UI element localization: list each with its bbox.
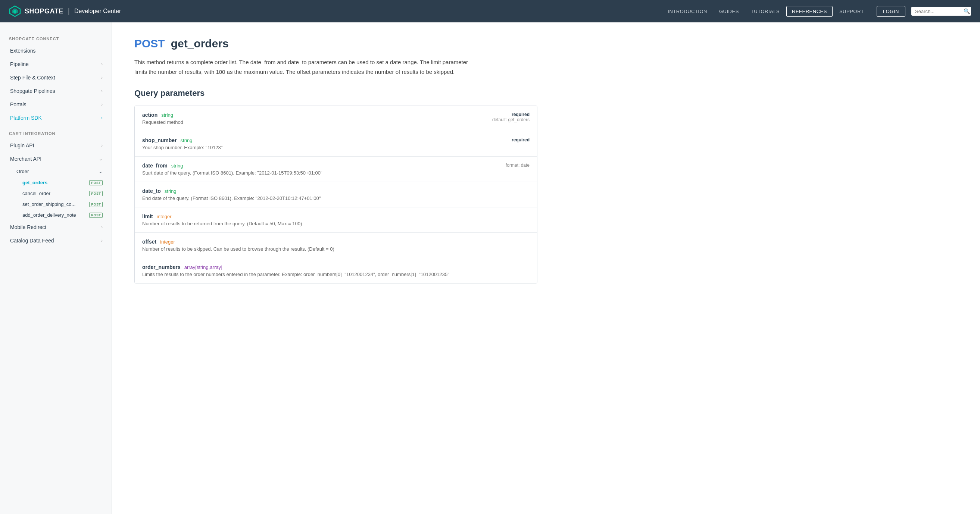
search-input[interactable] <box>915 9 964 14</box>
logo[interactable]: SHOPGATE <box>9 5 64 17</box>
param-name-date-to: date_to <box>142 188 161 194</box>
chevron-right-icon: › <box>101 75 103 80</box>
param-meta-date-from: format: date <box>506 163 530 168</box>
sidebar-item-add-order-delivery-note-label: add_order_delivery_note <box>22 212 76 218</box>
param-row-date-from: date_from string Start date of the query… <box>135 157 537 182</box>
page-layout: SHOPGATE CONNECT Extensions Pipeline › S… <box>0 22 980 514</box>
default-label-action: default: get_orders <box>492 117 530 122</box>
param-meta-action: required default: get_orders <box>492 112 530 122</box>
param-header-shop-number: shop_number string <box>142 137 530 143</box>
param-desc-shop-number: Your shop number. Example: "10123" <box>142 145 530 150</box>
sidebar-item-plugin-api[interactable]: Plugin API › <box>0 139 111 152</box>
chevron-right-icon: › <box>101 62 103 67</box>
param-name-offset: offset <box>142 239 156 245</box>
param-header-offset: offset integer <box>142 239 530 245</box>
sidebar-item-extensions[interactable]: Extensions <box>0 44 111 57</box>
chevron-down-icon: ⌄ <box>99 156 103 162</box>
nav-references[interactable]: REFERENCES <box>786 6 833 17</box>
sidebar-item-step-file[interactable]: Step File & Context › <box>0 71 111 84</box>
param-header-action: action string <box>142 112 530 118</box>
sidebar-item-merchant-api-label: Merchant API <box>10 156 41 162</box>
chevron-right-icon: › <box>101 143 103 148</box>
http-method-badge: POST <box>134 37 165 50</box>
sidebar-item-cancel-order[interactable]: cancel_order POST <box>0 188 111 199</box>
chevron-right-icon: › <box>101 89 103 94</box>
param-desc-action: Requested method <box>142 119 530 125</box>
post-badge-get-orders: POST <box>89 180 103 186</box>
endpoint-name: get_orders <box>171 37 229 50</box>
nav-introduction[interactable]: INTRODUCTION <box>662 6 713 16</box>
param-row-limit: limit integer Number of results to be re… <box>135 208 537 233</box>
param-type-shop-number: string <box>181 138 192 143</box>
param-desc-order-numbers: Limits the results to the order numbers … <box>142 271 530 277</box>
param-name-order-numbers: order_numbers <box>142 264 181 270</box>
chevron-right-icon: › <box>101 225 103 230</box>
sidebar-item-get-orders[interactable]: get_orders POST <box>0 177 111 188</box>
param-row-shop-number: shop_number string Your shop number. Exa… <box>135 131 537 157</box>
param-meta-shop-number: required <box>512 137 530 143</box>
sidebar-section-shopgate-connect: SHOPGATE CONNECT <box>0 30 111 44</box>
nav-tutorials[interactable]: TUTORIALS <box>746 6 785 16</box>
sidebar-item-merchant-api[interactable]: Merchant API ⌄ <box>0 152 111 166</box>
login-button[interactable]: LOGIN <box>877 6 905 17</box>
required-label-action: required <box>492 112 530 117</box>
sidebar-item-catalog-data-feed[interactable]: Catalog Data Feed › <box>0 234 111 247</box>
param-desc-date-to: End date of the query. (Format ISO 8601)… <box>142 195 530 201</box>
param-row-order-numbers: order_numbers array[string,array] Limits… <box>135 258 537 283</box>
param-desc-date-from: Start date of the query. (Format ISO 860… <box>142 170 530 176</box>
param-type-limit: integer <box>157 214 172 219</box>
post-badge-cancel-order: POST <box>89 191 103 196</box>
main-content: POST get_orders This method returns a co… <box>112 22 560 514</box>
nav-support[interactable]: SUPPORT <box>834 6 869 16</box>
sidebar-section-cart-integration: CART INTEGRATION <box>0 125 111 139</box>
sidebar-item-cancel-order-label: cancel_order <box>22 190 50 196</box>
header-divider: | <box>68 7 70 16</box>
endpoint-description: This method returns a complete order lis… <box>134 57 470 76</box>
sidebar-item-shopgate-pipelines[interactable]: Shopgate Pipelines › <box>0 84 111 98</box>
nav-guides[interactable]: GUIDES <box>714 6 744 16</box>
param-type-date-to: string <box>165 188 177 194</box>
sidebar-item-catalog-data-feed-label: Catalog Data Feed <box>10 238 54 244</box>
param-row-offset: offset integer Number of results to be s… <box>135 233 537 258</box>
chevron-right-icon: › <box>101 115 103 121</box>
sidebar-item-plugin-api-label: Plugin API <box>10 143 34 148</box>
sidebar-item-set-order-shipping[interactable]: set_order_shipping_co... POST <box>0 199 111 209</box>
sidebar-item-shopgate-pipelines-label: Shopgate Pipelines <box>10 88 55 94</box>
sidebar-item-mobile-redirect-label: Mobile Redirect <box>10 224 46 230</box>
search-box[interactable]: 🔍 <box>912 7 971 16</box>
sidebar-item-portals[interactable]: Portals › <box>0 98 111 111</box>
query-params-heading: Query parameters <box>134 89 538 98</box>
post-badge-add-order-delivery-note: POST <box>89 213 103 218</box>
param-desc-limit: Number of results to be returned from th… <box>142 221 530 227</box>
sidebar: SHOPGATE CONNECT Extensions Pipeline › S… <box>0 22 112 514</box>
sidebar-item-set-order-shipping-label: set_order_shipping_co... <box>22 201 75 207</box>
sidebar-item-order-label: Order <box>16 168 29 174</box>
sidebar-item-platform-sdk[interactable]: Platform SDK › <box>0 111 111 125</box>
header-subtitle: Developer Center <box>74 8 121 14</box>
sidebar-item-pipeline-label: Pipeline <box>10 61 29 67</box>
params-table: action string Requested method required … <box>134 106 538 284</box>
param-header-date-from: date_from string <box>142 163 530 168</box>
required-label-shop-number: required <box>512 137 530 143</box>
param-header-order-numbers: order_numbers array[string,array] <box>142 264 530 270</box>
sidebar-item-portals-label: Portals <box>10 102 27 108</box>
chevron-right-icon: › <box>101 102 103 107</box>
param-name-action: action <box>142 112 158 118</box>
param-type-date-from: string <box>171 163 183 168</box>
logo-text: SHOPGATE <box>25 8 64 15</box>
sidebar-item-pipeline[interactable]: Pipeline › <box>0 57 111 71</box>
search-icon[interactable]: 🔍 <box>964 8 970 14</box>
sidebar-item-order[interactable]: Order ⌄ <box>0 166 111 177</box>
param-row-date-to: date_to string End date of the query. (F… <box>135 182 537 208</box>
format-label-date-from: format: date <box>506 163 530 168</box>
sidebar-item-platform-sdk-label: Platform SDK <box>10 115 42 121</box>
chevron-right-icon: › <box>101 238 103 243</box>
shopgate-logo-icon <box>9 5 21 17</box>
param-name-limit: limit <box>142 213 153 219</box>
param-name-shop-number: shop_number <box>142 137 177 143</box>
site-header: SHOPGATE | Developer Center INTRODUCTION… <box>0 0 980 22</box>
sidebar-item-extensions-label: Extensions <box>10 48 35 54</box>
sidebar-item-mobile-redirect[interactable]: Mobile Redirect › <box>0 221 111 234</box>
sidebar-item-add-order-delivery-note[interactable]: add_order_delivery_note POST <box>0 209 111 221</box>
param-name-date-from: date_from <box>142 163 167 168</box>
